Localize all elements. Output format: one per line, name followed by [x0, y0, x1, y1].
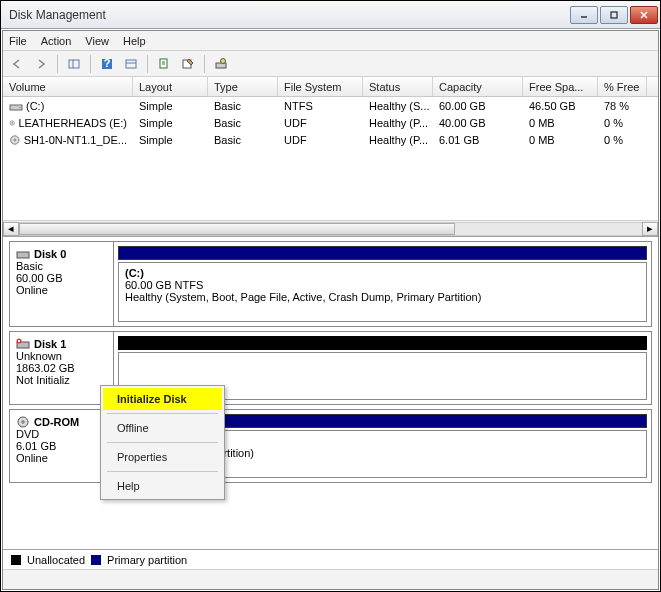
scroll-left-icon[interactable]: ◂ — [3, 222, 19, 236]
svg-point-24 — [22, 421, 24, 423]
menu-action[interactable]: Action — [41, 35, 72, 47]
col-filesystem[interactable]: File System — [278, 77, 363, 96]
minimize-button[interactable] — [570, 6, 598, 24]
window-buttons — [570, 6, 658, 24]
menu-file[interactable]: File — [9, 35, 27, 47]
toolbar: ? — [3, 51, 658, 77]
maximize-button[interactable] — [600, 6, 628, 24]
settings-icon[interactable] — [121, 54, 141, 74]
disk-0-info: Disk 0 Basic 60.00 GB Online — [10, 242, 114, 326]
svg-rect-4 — [69, 60, 79, 68]
legend-primary-swatch — [91, 555, 101, 565]
svg-rect-8 — [126, 60, 136, 68]
disk-action-icon[interactable] — [211, 54, 231, 74]
legend-unallocated-swatch — [11, 555, 21, 565]
refresh-icon[interactable] — [154, 54, 174, 74]
legend: Unallocated Primary partition — [3, 549, 658, 569]
forward-button[interactable] — [31, 54, 51, 74]
col-pct-free[interactable]: % Free — [598, 77, 647, 96]
col-status[interactable]: Status — [363, 77, 433, 96]
scroll-right-icon[interactable]: ▸ — [642, 222, 658, 236]
menu-view[interactable]: View — [85, 35, 109, 47]
partition-c[interactable]: (C:) 60.00 GB NTFS Healthy (System, Boot… — [118, 262, 647, 322]
svg-point-19 — [14, 138, 16, 140]
partition-stripe — [118, 246, 647, 260]
volume-list: Volume Layout Type File System Status Ca… — [3, 77, 658, 237]
svg-point-15 — [19, 106, 21, 108]
column-headers: Volume Layout Type File System Status Ca… — [3, 77, 658, 97]
horizontal-scrollbar[interactable]: ◂ ▸ — [3, 220, 658, 236]
table-row[interactable]: LEATHERHEADS (E:) Simple Basic UDF Healt… — [3, 114, 658, 131]
title-bar: Disk Management — [1, 1, 660, 29]
context-initialize-disk[interactable]: Initialize Disk — [103, 388, 222, 410]
drive-icon — [9, 100, 23, 112]
menu-help[interactable]: Help — [123, 35, 146, 47]
col-free-space[interactable]: Free Spa... — [523, 77, 598, 96]
svg-point-17 — [12, 122, 13, 123]
properties-icon[interactable] — [178, 54, 198, 74]
show-hide-button[interactable] — [64, 54, 84, 74]
legend-primary-label: Primary partition — [107, 554, 187, 566]
disk-icon — [16, 248, 30, 260]
svg-point-13 — [221, 58, 226, 63]
disc-icon — [9, 134, 21, 146]
close-button[interactable] — [630, 6, 658, 24]
help-icon[interactable]: ? — [97, 54, 117, 74]
menu-bar: File Action View Help — [3, 31, 658, 51]
cdrom-icon — [16, 416, 30, 428]
cdrom-info: CD-ROM DVD 6.01 GB Online — [10, 410, 114, 482]
disk-graphical-view: Disk 0 Basic 60.00 GB Online (C:) 60.00 … — [3, 237, 658, 549]
unallocated-stripe — [118, 336, 647, 350]
svg-rect-20 — [17, 252, 29, 258]
disk-1-info: Disk 1 Unknown 1863.02 GB Not Initializ — [10, 332, 114, 404]
col-type[interactable]: Type — [208, 77, 278, 96]
context-offline[interactable]: Offline — [103, 417, 222, 439]
svg-rect-12 — [216, 63, 226, 68]
disk-warning-icon — [16, 338, 30, 350]
col-capacity[interactable]: Capacity — [433, 77, 523, 96]
disc-icon — [9, 117, 15, 129]
svg-rect-1 — [611, 12, 617, 18]
context-menu: Initialize Disk Offline Properties Help — [100, 385, 225, 500]
table-row[interactable]: (C:) Simple Basic NTFS Healthy (S... 60.… — [3, 97, 658, 114]
window-title: Disk Management — [7, 8, 570, 22]
status-bar — [3, 569, 658, 589]
legend-unallocated-label: Unallocated — [27, 554, 85, 566]
scroll-thumb[interactable] — [19, 223, 455, 235]
svg-text:?: ? — [104, 57, 111, 69]
context-help[interactable]: Help — [103, 475, 222, 497]
back-button[interactable] — [7, 54, 27, 74]
disk-0-row[interactable]: Disk 0 Basic 60.00 GB Online (C:) 60.00 … — [9, 241, 652, 327]
col-layout[interactable]: Layout — [133, 77, 208, 96]
col-volume[interactable]: Volume — [3, 77, 133, 96]
context-properties[interactable]: Properties — [103, 446, 222, 468]
table-row[interactable]: SH1-0N-NT1.1_DE... Simple Basic UDF Heal… — [3, 131, 658, 148]
